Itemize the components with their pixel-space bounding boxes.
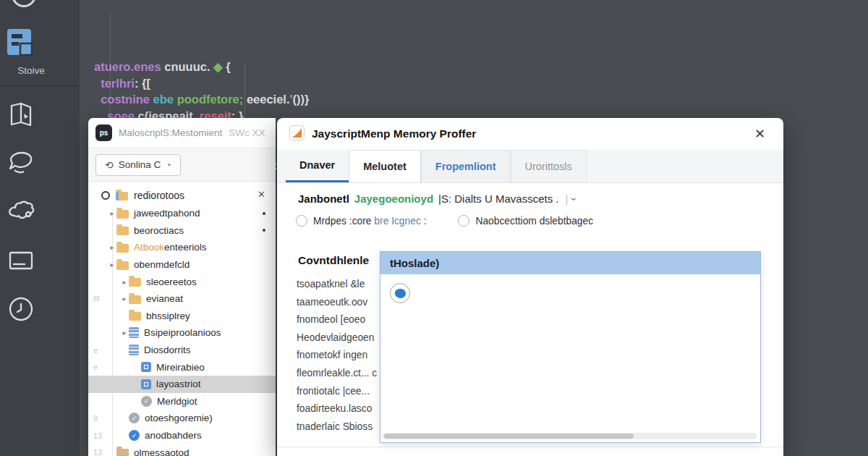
tree-item[interactable]: ▸sleoereetos [88, 273, 276, 290]
tree-item[interactable]: 9✓otoeshgoremie) [88, 410, 276, 427]
code-line: costnine ebe poodfetore; eeeciel.'())} [94, 91, 868, 108]
explorer-title: MaloscriplS:Mestomient [119, 127, 222, 138]
list-item[interactable]: taameoeutk.oov [297, 297, 380, 315]
tab-meluotet[interactable]: Meluotet [349, 150, 421, 182]
tree-item[interactable]: eDiosdorrits [88, 342, 276, 359]
explorer-titlebar: ps MaloscriplS:Mestomient SWc XX [88, 118, 276, 148]
list-item[interactable]: fnometokf ingen [297, 350, 380, 368]
tree-gutter-mark: 13 [93, 431, 102, 440]
chat-icon[interactable] [6, 149, 36, 180]
radio-circle-icon[interactable] [296, 215, 307, 227]
heading-green: Jayegoeonioyd [354, 193, 433, 205]
code-token: poodfetore; [177, 93, 247, 106]
tree-item[interactable]: eMireirabieo [88, 358, 276, 376]
list-item[interactable]: fleomrleakle.ct... c [297, 368, 380, 386]
tree-item-label: Atbookenteeriols [134, 242, 207, 253]
chevron-right-icon[interactable]: ▸ [108, 209, 116, 217]
tree-item-label: beoroctiacs [134, 225, 184, 236]
scope-filter-button[interactable]: ⟲ Sonlina C ◔ [95, 154, 181, 176]
folder-icon [116, 261, 129, 270]
project-explorer-panel: ps MaloscriplS:Mestomient SWc XX ⟲ Sonli… [88, 118, 276, 456]
tree-item-label: obenmdefcld [134, 259, 190, 270]
scrollbar-thumb[interactable] [384, 434, 634, 439]
tree-item-label: bhssiplrey [146, 311, 190, 321]
book-icon[interactable] [6, 100, 36, 133]
tab-fropemliont[interactable]: Fropemliont [421, 150, 511, 182]
indent-guide [110, 13, 111, 122]
modified-dot [263, 212, 265, 215]
chevron-down-icon[interactable]: › [569, 197, 581, 200]
tree-item[interactable]: 13✓anodbahders [88, 427, 276, 444]
list-item[interactable]: foadirteeku.lasco [297, 403, 380, 421]
code-token: ebe [153, 93, 177, 106]
tree-item[interactable]: ⊟▸evianeat [88, 290, 276, 308]
tree-gutter-mark: 9 [93, 414, 98, 423]
chevron-right-icon[interactable]: ▸ [120, 278, 129, 286]
list-item[interactable]: tnaderlaic Sbioss [297, 421, 380, 439]
window-icon[interactable] [6, 248, 36, 275]
file-icon [129, 345, 139, 355]
horizontal-scrollbar[interactable] [383, 433, 757, 439]
tree-item[interactable]: layoastriot [88, 376, 276, 393]
column-header[interactable]: tHoslade) [380, 252, 760, 274]
chevron-right-icon[interactable]: ▸ [108, 261, 116, 269]
heading-bold: Janbonetl [298, 193, 349, 205]
code-line: terlhri: {[ [94, 75, 868, 92]
tree-item[interactable]: ▸Atbookenteeriols [88, 239, 276, 256]
app-icon: ps [95, 124, 112, 141]
divider [0, 85, 80, 86]
tree-item[interactable]: bhssiplrey [88, 308, 276, 325]
scope-filter-label: Sonlina C [119, 159, 161, 170]
divider [277, 447, 783, 447]
list-item[interactable]: Heodevlaidgeoen [297, 332, 380, 350]
clock-icon[interactable] [6, 294, 38, 329]
list-item[interactable]: fnomdeol [eoeo [297, 314, 380, 332]
tree-item[interactable]: ▸jaweedtpahond [88, 205, 276, 222]
tree-gutter-mark: ⊟ [93, 294, 100, 303]
code-token: ())} [292, 93, 309, 106]
file-tree: rediorotoos ✕ ▸jaweedtpahondbeoroctiacs▸… [88, 182, 276, 456]
radio-label-accent: bre Icgnec [374, 216, 420, 227]
tree-item[interactable]: ▸obenmdefcld [88, 256, 276, 274]
tab-dnaver[interactable]: Dnaver [286, 150, 349, 182]
list-item[interactable]: tsoapatknel &le [297, 279, 380, 297]
tree-gutter-mark: 13 [93, 448, 102, 456]
chevron-right-icon[interactable]: ▸ [120, 295, 129, 303]
pin-icon[interactable]: ✕ [258, 189, 265, 200]
tree-item[interactable]: ✓Merldgiot [88, 393, 276, 410]
filter-icon[interactable] [390, 283, 410, 303]
code-token: costnine [94, 93, 153, 106]
dialog-tabstrip: DnaverMeluotetFropemliontUrorittosls [277, 150, 783, 183]
heading-separator: | [565, 193, 568, 205]
tree-item[interactable]: 13olmessaotod [88, 444, 276, 456]
code-line: atuero.enes cnuuuc. ◆ { [94, 59, 868, 75]
column-dropdown-panel: tHoslade) [380, 251, 761, 443]
chevron-right-icon[interactable]: ▸ [120, 329, 129, 337]
check-icon: ✓ [129, 413, 140, 423]
tree-item[interactable]: ▸Bsipeiproolanioos [88, 324, 276, 342]
folder-icon [116, 227, 129, 235]
radio-option[interactable]: Mrdpes :core bre Icgnec : [296, 215, 426, 227]
radio-circle-icon[interactable] [458, 215, 469, 227]
explorer-toolbar: ⟲ Sonlina C ◔ [88, 148, 276, 182]
list-item[interactable]: frontiotalc |cee... [297, 386, 380, 404]
check-icon: ✓ [141, 396, 152, 407]
radio-option[interactable]: Naobcecttiom dslebtbagec [458, 215, 593, 227]
code-token: atuero.enes [94, 60, 164, 73]
chevron-right-icon[interactable]: ▸ [108, 243, 116, 251]
folder-icon [116, 449, 129, 456]
circle-icon[interactable] [12, 0, 36, 7]
code-token: cnuuuc. [164, 60, 213, 73]
eye-icon: ◔ [166, 160, 171, 170]
tree-root-label: rediorotoos [134, 190, 184, 201]
tab-urorittosls[interactable]: Urorittosls [511, 150, 587, 182]
code-token: : {[ [135, 77, 150, 90]
cloud-icon[interactable] [6, 197, 38, 227]
tree-item-label: Mireirabieo [156, 362, 205, 373]
board-icon[interactable] [6, 26, 36, 65]
memory-profiler-dialog: JayscriptMenp Memory Proffer ✕ DnaverMel… [277, 118, 783, 456]
tree-item[interactable]: beoroctiacs [88, 222, 276, 240]
tree-root-row[interactable]: rediorotoos ✕ [88, 185, 276, 205]
tree-item-label: olmessaotod [134, 447, 190, 456]
close-icon[interactable]: ✕ [754, 126, 771, 142]
